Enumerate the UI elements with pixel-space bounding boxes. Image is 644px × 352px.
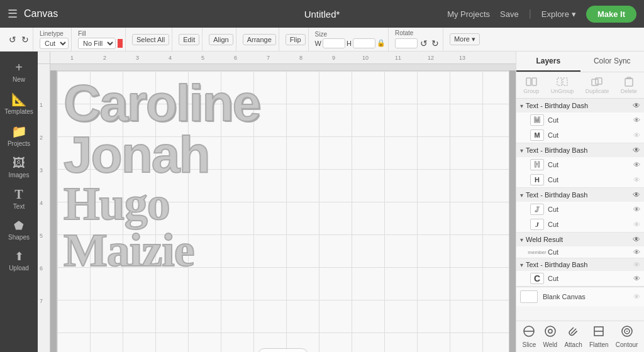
canvas-white[interactable]: Caroline Jonah Hugo Maizie	[57, 70, 509, 352]
layer-thumb-m-solid: M	[530, 129, 544, 141]
tab-layers[interactable]: Layers	[516, 52, 580, 72]
eye-weld[interactable]: 👁	[633, 235, 640, 244]
layer-item-m-outline[interactable]: M Cut 👁	[516, 113, 644, 128]
group-button[interactable]: Group	[521, 75, 541, 96]
sidebar-label-templates: Templates	[4, 108, 33, 115]
layer-item-weld-member[interactable]: member Cut 👁	[516, 246, 644, 258]
align-button[interactable]: Align	[209, 34, 233, 45]
linetype-select[interactable]: Cut	[40, 38, 69, 49]
eye-h-solid[interactable]: 👁	[633, 176, 640, 184]
canvas-scroll[interactable]: Caroline Jonah Hugo Maizie − 100% +	[50, 64, 516, 352]
new-icon: +	[15, 60, 23, 75]
size-group: Size W H 🔒	[313, 28, 389, 51]
sidebar-item-projects[interactable]: 📁 Projects	[0, 120, 38, 151]
eye-bash-2[interactable]: 👁	[633, 190, 640, 199]
eye-blank-canvas[interactable]: 👁	[633, 293, 640, 300]
delete-button[interactable]: Delete	[618, 75, 640, 96]
sidebar-label-projects: Projects	[8, 140, 30, 147]
eye-bash-1[interactable]: 👁	[633, 146, 640, 155]
layer-item-j-solid[interactable]: J Cut 👁	[516, 217, 644, 232]
layer-group-header-bash-3[interactable]: ▾ Text - Birthday Bash 👁	[516, 258, 644, 271]
duplicate-button[interactable]: Duplicate	[583, 75, 612, 96]
eye-m-outline[interactable]: 👁	[633, 116, 640, 124]
layer-thumb-j-solid: J	[530, 219, 544, 230]
attach-button[interactable]: Attach	[564, 325, 582, 348]
main-layout: + New 📐 Templates 📁 Projects 🖼 Images T …	[0, 52, 644, 352]
sidebar-item-shapes[interactable]: ⬟ Shapes	[0, 215, 38, 245]
sidebar-label-new: New	[13, 76, 25, 83]
lock-icon[interactable]: 🔒	[377, 39, 386, 47]
eye-c-solid[interactable]: 👁	[633, 275, 640, 282]
expand-arrow-bash-1: ▾	[520, 147, 523, 154]
more-button[interactable]: More ▾	[450, 33, 480, 45]
arrange-button[interactable]: Arrange	[243, 34, 276, 45]
flatten-button[interactable]: Flatten	[589, 325, 609, 348]
layer-item-m-solid[interactable]: M Cut 👁	[516, 128, 644, 143]
expand-arrow-weld: ▾	[520, 236, 523, 243]
sidebar-item-new[interactable]: + New	[0, 57, 38, 87]
canvas-with-ruler: 1 2 3 4 5 6 7 Caroline Jonah Hugo	[38, 64, 516, 352]
eye-j-solid[interactable]: 👁	[633, 221, 640, 228]
linetype-group: Linetype Cut	[37, 28, 72, 51]
fill-color-swatch[interactable]	[118, 39, 123, 48]
svg-rect-6	[625, 79, 633, 86]
layer-item-j-outline[interactable]: J Cut 👁	[516, 202, 644, 217]
svg-rect-0	[526, 78, 531, 85]
eye-birthday-dash[interactable]: 👁	[633, 101, 640, 110]
edit-button[interactable]: Edit	[179, 34, 199, 45]
blank-canvas-swatch	[520, 290, 538, 303]
ungroup-button[interactable]: UnGroup	[548, 75, 577, 96]
layer-item-label-c-solid: Cut	[548, 275, 630, 282]
flatten-icon	[592, 325, 605, 340]
sidebar-item-images[interactable]: 🖼 Images	[0, 152, 38, 182]
layer-group-birthday-bash-1: ▾ Text - Birthday Bash 👁 H Cut 👁 H Cut 👁	[516, 143, 644, 188]
rotate-btn[interactable]: ↺	[419, 37, 429, 50]
tab-color-sync[interactable]: Color Sync	[580, 52, 645, 72]
eye-bash-3[interactable]: 👁	[633, 261, 640, 268]
layer-item-label-weld: Cut	[548, 248, 630, 256]
blank-canvas-item[interactable]: Blank Canvas 👁	[516, 287, 644, 306]
canvas-area: 1 2 3 4 5 6 7 8 9 10 11 12 13	[38, 52, 516, 352]
eye-h-outline[interactable]: 👁	[633, 161, 640, 168]
size-w-input[interactable]	[323, 38, 345, 48]
fill-group: Fill No Fill	[75, 28, 126, 51]
rotate-btn2[interactable]: ↻	[430, 37, 440, 50]
rotate-input[interactable]	[395, 38, 418, 48]
eye-j-outline[interactable]: 👁	[633, 206, 640, 213]
canvas-text-maizie[interactable]: Maizie	[64, 227, 502, 273]
sidebar-item-templates[interactable]: 📐 Templates	[0, 88, 38, 119]
layer-group-header-weld[interactable]: ▾ Weld Result 👁	[516, 233, 644, 246]
undo-button[interactable]: ↺	[8, 33, 18, 46]
make-it-button[interactable]: Make It	[586, 6, 636, 23]
redo-button[interactable]: ↻	[20, 33, 30, 46]
layer-item-c-solid[interactable]: C Cut 👁	[516, 271, 644, 286]
contour-button[interactable]: Contour	[616, 325, 638, 348]
eye-m-solid[interactable]: 👁	[633, 131, 640, 139]
size-h-input[interactable]	[353, 38, 375, 48]
canvas-text-hugo[interactable]: Hugo	[64, 180, 502, 227]
bottom-toolbar: Slice Weld Attach Flatten	[516, 321, 644, 352]
layer-group-header-bash-1[interactable]: ▾ Text - Birthday Bash 👁	[516, 143, 644, 157]
weld-button[interactable]: Weld	[543, 325, 558, 348]
save-button[interactable]: Save	[500, 9, 519, 19]
explore-button[interactable]: Explore ▾	[541, 9, 576, 19]
sidebar-item-upload[interactable]: ⬆ Upload	[0, 246, 38, 275]
layer-item-label-h-solid: Cut	[548, 176, 630, 184]
sidebar-item-text[interactable]: T Text	[0, 184, 38, 214]
layers-list: ▾ Text - Birthday Dash 👁 M Cut 👁 M Cut 👁	[516, 99, 644, 321]
select-all-group: Select All	[130, 28, 172, 51]
layer-group-header-birthday-dash[interactable]: ▾ Text - Birthday Dash 👁	[516, 99, 644, 113]
canvas-text-jonah[interactable]: Jonah	[64, 129, 502, 180]
layer-item-h-solid[interactable]: H Cut 👁	[516, 172, 644, 187]
flip-button[interactable]: Flip	[286, 34, 306, 45]
slice-button[interactable]: Slice	[523, 325, 536, 348]
right-panel: Layers Color Sync Group UnGroup	[516, 52, 644, 352]
layer-group-header-bash-2[interactable]: ▾ Text - Birthday Bash 👁	[516, 188, 644, 202]
canvas-text-caroline[interactable]: Caroline	[64, 77, 502, 129]
my-projects-link[interactable]: My Projects	[447, 9, 490, 19]
eye-weld-member[interactable]: 👁	[633, 248, 640, 256]
select-all-button[interactable]: Select All	[132, 34, 169, 45]
layer-item-h-outline[interactable]: H Cut 👁	[516, 157, 644, 172]
hamburger-icon[interactable]: ☰	[8, 7, 18, 21]
fill-select[interactable]: No Fill	[78, 38, 116, 49]
